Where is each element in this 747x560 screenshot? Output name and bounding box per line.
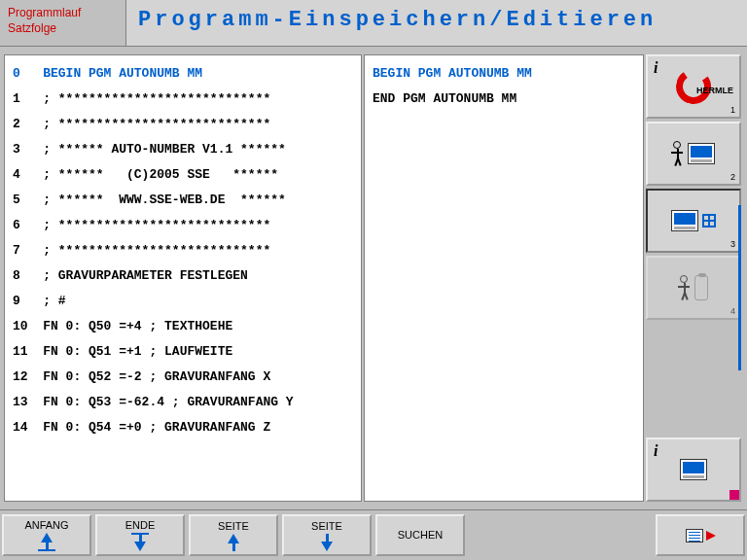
mode-manual-button[interactable]: 2	[646, 122, 741, 186]
code-line[interactable]: 6 ; ****************************	[13, 213, 353, 238]
code-line[interactable]: 1 ; ****************************	[13, 87, 353, 112]
header-bar: Programmlauf Satzfolge Programm-Einspeic…	[0, 0, 747, 47]
monitor-icon	[671, 210, 698, 231]
arrow-down-icon	[321, 534, 333, 551]
code-line[interactable]: 2 ; ****************************	[13, 112, 353, 137]
oem-hermle-button[interactable]: i HERMLE 1	[646, 54, 741, 119]
softkey-screen-layout[interactable]	[656, 514, 745, 556]
canister-icon	[694, 275, 708, 300]
mode-line-2: Satzfolge	[8, 21, 118, 37]
code-line[interactable]: 11 FN 0: Q51 =+1 ; LAUFWEITE	[13, 339, 353, 365]
code-line[interactable]: END PGM AUTONUMB MM	[373, 87, 635, 112]
info-icon: i	[654, 59, 658, 77]
softkey-seite-down[interactable]: SEITE	[282, 514, 372, 556]
code-line[interactable]: 0 BEGIN PGM AUTONUMB MM	[13, 61, 353, 87]
code-line[interactable]: 3 ; ****** AUTO-NUMBER V1.1 ******	[13, 137, 353, 162]
code-line[interactable]: 12 FN 0: Q52 =-2 ; GRAVURANFANG X	[13, 365, 353, 390]
code-line[interactable]: 5 ; ****** WWW.SSE-WEB.DE ******	[13, 188, 353, 213]
monitor-icon	[680, 459, 707, 480]
list-icon	[686, 529, 703, 542]
softkey-7-empty	[562, 514, 652, 556]
grid-icon	[702, 214, 716, 228]
softkey-bar: ANFANG ENDE SEITE SEITE SUCHEN	[0, 509, 747, 560]
softkey-suchen[interactable]: SUCHEN	[375, 514, 465, 556]
program-listing-left[interactable]: 0 BEGIN PGM AUTONUMB MM1 ; *************…	[4, 54, 362, 502]
softkey-6-empty	[469, 514, 558, 556]
softkey-anfang[interactable]: ANFANG	[2, 514, 91, 556]
code-line[interactable]: 4 ; ****** (C)2005 SSE ******	[13, 162, 353, 188]
info-machine-button[interactable]: i 6	[646, 438, 741, 502]
program-listing-right[interactable]: BEGIN PGM AUTONUMB MMEND PGM AUTONUMB MM	[364, 54, 644, 502]
info-icon: i	[654, 442, 658, 460]
code-line[interactable]: 14 FN 0: Q54 =+0 ; GRAVURANFANG Z	[13, 415, 353, 440]
side-toolbar: i HERMLE 1 2 3 4	[646, 54, 741, 502]
status-indicator-icon	[729, 490, 739, 500]
code-line[interactable]: 7 ; ****************************	[13, 238, 353, 263]
arrow-up-icon	[228, 534, 239, 551]
arrow-up-bar-icon	[38, 533, 55, 551]
code-line[interactable]: 10 FN 0: Q50 =+4 ; TEXTHOEHE	[13, 314, 353, 339]
code-line[interactable]: 9 ; #	[13, 289, 353, 314]
page-title: Programm-Einspeichern/Editieren	[126, 0, 747, 46]
monitor-icon	[688, 143, 715, 164]
hermle-label: HERMLE	[696, 86, 733, 95]
code-line[interactable]: 8 ; GRAVURPARAMETER FESTLEGEN	[13, 263, 353, 289]
active-group-indicator	[738, 205, 741, 370]
mode-test-run-button[interactable]: 4	[646, 256, 741, 320]
code-line[interactable]: BEGIN PGM AUTONUMB MM	[373, 61, 635, 87]
operator-icon	[672, 141, 684, 166]
code-line[interactable]: 13 FN 0: Q53 =-62.4 ; GRAVURANFANG Y	[13, 390, 353, 415]
softkey-seite-up[interactable]: SEITE	[189, 514, 278, 556]
operator-icon	[679, 275, 691, 300]
arrow-down-bar-icon	[131, 533, 149, 551]
arrow-right-icon	[706, 531, 716, 541]
mode-line-1: Programmlauf	[8, 6, 118, 21]
main-area: 0 BEGIN PGM AUTONUMB MM1 ; *************…	[0, 47, 747, 504]
mode-indicator: Programmlauf Satzfolge	[0, 0, 126, 46]
softkey-ende[interactable]: ENDE	[95, 514, 185, 556]
mode-program-run-button[interactable]: 3	[646, 189, 741, 253]
